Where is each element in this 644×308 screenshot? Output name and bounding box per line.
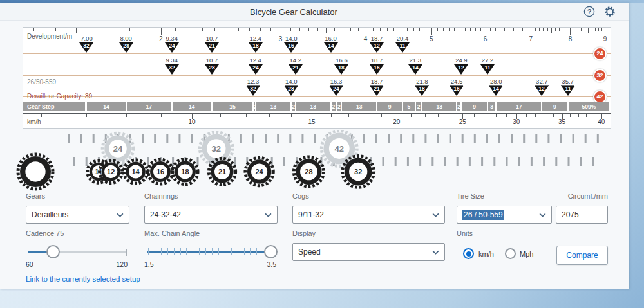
cog-teeth-tick [419, 157, 421, 166]
chain-angle-slider-track[interactable] [147, 251, 275, 253]
development-ruler-tick [500, 28, 500, 31]
gear-marker-triangle: 12 [368, 42, 385, 53]
svg-text:32: 32 [354, 168, 362, 176]
chain-angle-max: 3.5 [267, 260, 276, 268]
gears-label: Gears [26, 192, 45, 200]
development-ruler-tick [490, 28, 491, 31]
chainring-teeth-tick [289, 134, 291, 143]
svg-text:32: 32 [250, 86, 256, 92]
chainring-teeth-tick [191, 134, 193, 143]
development-ruler-tick [175, 28, 176, 31]
gear-step-cell: 17 [497, 102, 541, 111]
svg-text:18: 18 [419, 86, 426, 92]
chevron-down-icon [432, 250, 439, 255]
compare-button[interactable]: Compare [556, 246, 608, 265]
gears-value: Derailleurs [32, 210, 68, 219]
cog-sprocket-21[interactable]: 21 [209, 158, 235, 185]
chainrings-value: 24-32-42 [150, 210, 181, 219]
development-ruler-tick [513, 28, 514, 31]
settings-gear-icon[interactable] [604, 6, 616, 17]
gear-step-cell: 2 [457, 102, 460, 111]
speed-axis-tick [474, 114, 475, 117]
hub-gear-icon[interactable] [18, 154, 53, 189]
cog-sprocket-14[interactable]: 14 [124, 160, 147, 184]
speed-axis-number: 35 [553, 118, 572, 125]
chainrings-select[interactable]: 24-32-42 [144, 206, 278, 224]
gear-step-cell: 2 [254, 102, 255, 111]
cog-teeth-tick [86, 157, 88, 166]
development-ruler-tick [55, 28, 56, 31]
units-mph-label: Mph [520, 250, 533, 258]
cog-sprocket-18[interactable]: 18 [173, 159, 198, 184]
speed-axis-tick [291, 114, 292, 117]
chain-angle-tick [205, 248, 206, 255]
gear-step-cell: 9 [462, 102, 487, 111]
chainring-teeth-tick [400, 134, 402, 143]
gear-step-cell: 2 [332, 102, 336, 111]
chainring-sprocket-24[interactable]: 24 [102, 133, 133, 164]
gear-marker-speed: 24.9 [446, 57, 476, 64]
cog-teeth-tick [457, 157, 459, 166]
cadence-slider-handle[interactable] [46, 245, 60, 258]
svg-text:24: 24 [169, 42, 175, 49]
units-radio-mph[interactable] [505, 248, 516, 259]
speed-axis-number: 10 [182, 118, 202, 125]
gear-step-cell: 13 [342, 102, 376, 111]
speed-axis-tick [126, 114, 127, 117]
development-ruler-tick [475, 28, 476, 31]
chainring-teeth-tick [80, 134, 82, 143]
display-select[interactable]: Speed [292, 243, 445, 261]
cog-teeth-tick [493, 157, 495, 166]
cog-sprocket-32[interactable]: 32 [343, 156, 374, 188]
development-ruler-tick [470, 28, 471, 31]
speed-axis-line [23, 113, 611, 114]
units-radio-kmh[interactable] [463, 248, 474, 259]
chain-angle-tick [199, 248, 200, 255]
svg-text:12: 12 [374, 42, 380, 49]
gear-step-cell: 2 [337, 102, 341, 111]
development-ruler-tick [601, 28, 602, 31]
help-icon[interactable]: ? [583, 6, 595, 17]
gear-marker-triangle: 18 [413, 85, 430, 96]
gears-select[interactable]: Derailleurs [26, 206, 129, 224]
development-ruler-tick [161, 28, 162, 35]
chevron-down-icon [539, 213, 546, 217]
gear-marker-triangle: 14 [488, 85, 504, 96]
svg-text:12: 12 [539, 86, 545, 92]
chain-angle-slider[interactable]: 1.5 3.5 [144, 238, 278, 266]
sprocket-strip: 243242111214161821242832 [0, 130, 644, 192]
cogs-select[interactable]: 9/11-32 [292, 206, 445, 224]
cog-teeth-tick [407, 157, 409, 166]
circumference-input[interactable]: 2075 [556, 206, 608, 224]
cadence-slider[interactable]: 60 120 [26, 238, 129, 266]
svg-text:28: 28 [209, 64, 215, 71]
speed-axis-tick [586, 114, 587, 117]
cog-sprocket-24[interactable]: 24 [245, 158, 273, 185]
chain-angle-tick [256, 248, 257, 255]
svg-text:12: 12 [107, 168, 115, 176]
svg-text:11: 11 [484, 64, 490, 71]
setup-link[interactable]: Link to the currently selected setup [26, 275, 140, 283]
chainring-teeth-tick [68, 134, 70, 143]
speed-axis-tick [578, 114, 579, 117]
svg-text:14: 14 [328, 42, 334, 49]
speed-axis-unit: km/h [27, 118, 41, 125]
development-ruler-tick [387, 28, 388, 31]
development-ruler-tick [454, 28, 455, 31]
gear-step-cell: 2 [292, 102, 295, 111]
speed-axis-tick [366, 114, 366, 117]
development-ruler-tick [308, 28, 309, 31]
tire-size-combobox[interactable]: 26 / 50-559 [457, 206, 552, 224]
development-ruler-tick [465, 28, 466, 31]
development-unit-label: Development/m [27, 33, 72, 40]
derailleur-capacity-label: Derailleur Capacity: 39 [27, 93, 92, 100]
gear-marker-speed: 9.34 [157, 35, 187, 42]
gear-marker-speed: 28.0 [481, 78, 511, 85]
cog-sprocket-16[interactable]: 16 [148, 159, 173, 184]
cog-teeth-tick [568, 157, 570, 166]
speed-axis-tick [411, 114, 412, 117]
cog-sprocket-28[interactable]: 28 [294, 157, 323, 186]
development-ruler-tick [574, 28, 574, 31]
svg-text:21: 21 [209, 42, 215, 49]
chain-angle-slider-handle[interactable] [264, 245, 278, 258]
